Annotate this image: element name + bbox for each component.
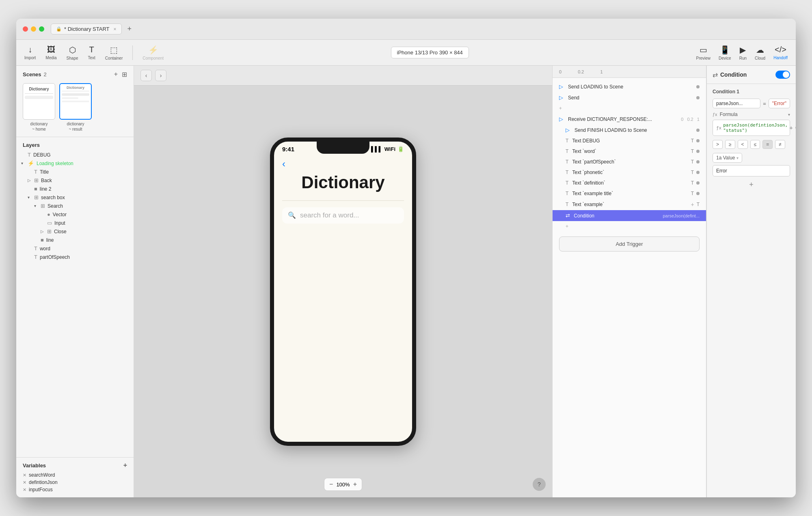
- formula-info-button[interactable]: ⓘ: [795, 125, 796, 131]
- trigger-condition-text: Condition: [572, 213, 661, 219]
- scene-thumb-dictionary-home[interactable]: Dictionary dictionary~ home: [23, 83, 55, 132]
- zoom-in-button[interactable]: +: [353, 481, 357, 488]
- variables-header: Variables +: [23, 462, 127, 469]
- value-type-selector[interactable]: 1a Value ▾: [713, 153, 742, 163]
- variable-inputfocus[interactable]: ✕ inputFocus: [23, 486, 127, 493]
- container-button[interactable]: ⬚ Container: [105, 45, 123, 60]
- op-greater[interactable]: >: [713, 140, 723, 149]
- import-button[interactable]: ↓ Import: [24, 45, 36, 60]
- add-trigger-button[interactable]: Add Trigger: [559, 236, 700, 252]
- text-layer-icon: T: [28, 152, 31, 158]
- condition-title-area: ⇄ Condition: [713, 71, 747, 79]
- add-scene-button[interactable]: +: [114, 71, 118, 78]
- trigger-add-2[interactable]: +: [553, 221, 706, 232]
- back-nav-button[interactable]: ‹: [140, 70, 152, 81]
- op-greater-equal[interactable]: ≥: [725, 140, 735, 149]
- value-input-field[interactable]: [713, 165, 790, 176]
- layer-loading-skeleton[interactable]: ▾ ⚡ Loading skeleton: [16, 159, 134, 168]
- trigger-text-definition[interactable]: T Text `definition` T: [553, 178, 706, 188]
- layer-search[interactable]: ▾ ⊞ Search: [16, 202, 134, 210]
- trigger-text-partofspeech[interactable]: T Text `partOfSpeech` T: [553, 157, 706, 167]
- trigger-text-phonetic[interactable]: T Text `phonetic` T: [553, 167, 706, 178]
- t-icon-ex-right: T: [697, 202, 700, 207]
- trigger-receive-dictionary[interactable]: ▷ Receive DICTIONARY_RESPONSE:... 0 0.2 …: [553, 114, 706, 125]
- layer-word[interactable]: T word: [16, 244, 134, 253]
- wifi-icon: WiFi: [384, 146, 395, 152]
- variable-searchword[interactable]: ✕ searchWord: [23, 471, 127, 479]
- op-less-equal[interactable]: ≤: [750, 140, 760, 149]
- layer-title[interactable]: T Title: [16, 168, 134, 176]
- scenes-options-button[interactable]: ⊞: [122, 71, 127, 78]
- add-trigger-inline[interactable]: +: [691, 201, 694, 208]
- group-icon-back: ⊞: [34, 177, 39, 183]
- minimize-button[interactable]: [31, 26, 36, 32]
- trigger-text-word[interactable]: T Text `word` T: [553, 146, 706, 157]
- media-button[interactable]: 🖼 Media: [45, 45, 56, 60]
- layer-line2[interactable]: ■ line 2: [16, 185, 134, 193]
- add-condition-button[interactable]: +: [713, 181, 790, 189]
- condition-left-value[interactable]: parseJson...: [713, 99, 760, 108]
- device-selector[interactable]: iPhone 13/13 Pro 390 × 844: [391, 47, 469, 58]
- phone-search-placeholder: search for a word...: [300, 211, 359, 219]
- preview-button[interactable]: ▭ Preview: [696, 45, 711, 60]
- scene-thumb-dictionary-result[interactable]: Dictionary dictionary~ result: [59, 83, 92, 132]
- trigger-send[interactable]: ▷ Send: [553, 92, 706, 103]
- variable-inputfocus-label: inputFocus: [29, 487, 53, 492]
- phone-search-box[interactable]: 🔍 search for a word...: [282, 207, 404, 224]
- close-button[interactable]: [23, 26, 28, 32]
- zoom-out-button[interactable]: −: [329, 481, 333, 488]
- formula-editor[interactable]: ƒx parseJson(defintionJson, "status") + …: [713, 120, 790, 136]
- text-button[interactable]: T Text: [88, 45, 95, 60]
- formula-plus-button[interactable]: +: [789, 125, 793, 131]
- trigger-send-loading-text: Send LOADING to Scene: [568, 84, 694, 90]
- toolbar: ↓ Import 🖼 Media ⬡ Shape T Text ⬚ Contai…: [16, 40, 796, 66]
- phone-notch: [317, 142, 369, 154]
- layer-debug[interactable]: T DEBUG: [16, 150, 134, 159]
- layer-input-label: Input: [54, 220, 127, 226]
- layer-input[interactable]: ▭ Input: [16, 219, 134, 227]
- trigger-text-example-title[interactable]: T Text `example title` T: [553, 188, 706, 199]
- trigger-text-example[interactable]: T Text `example` + T: [553, 199, 706, 210]
- run-button[interactable]: ▶ Run: [739, 45, 747, 60]
- device-button[interactable]: 📱 Device: [719, 45, 731, 60]
- rect-icon-line2: ■: [34, 186, 37, 192]
- layer-close[interactable]: ▷ ⊞ Close: [16, 227, 134, 236]
- tab-close-button[interactable]: ×: [114, 26, 117, 32]
- layer-vector[interactable]: ● Vector: [16, 210, 134, 219]
- condition-right-value[interactable]: "Error": [769, 99, 790, 108]
- layer-search-box[interactable]: ▾ ⊞ search box: [16, 193, 134, 202]
- trigger-word-text: Text `word`: [571, 148, 688, 154]
- add-variable-button[interactable]: +: [123, 462, 127, 469]
- input-icon: ▭: [47, 220, 52, 226]
- trigger-dot-pos: [696, 160, 700, 163]
- op-not-equal[interactable]: ≠: [775, 140, 785, 149]
- layer-partofspeech[interactable]: T partOfSpeech: [16, 253, 134, 261]
- trigger-condition[interactable]: ⇄ Condition parseJson(defint...: [553, 210, 706, 221]
- trigger-send-loading[interactable]: ▷ Send LOADING to Scene: [553, 81, 706, 92]
- shape-button[interactable]: ⬡ Shape: [67, 45, 78, 60]
- forward-nav-button[interactable]: ›: [155, 70, 166, 81]
- layer-back[interactable]: ▷ ⊞ Back: [16, 176, 134, 185]
- condition-title: Condition: [720, 71, 747, 78]
- new-tab-button[interactable]: +: [127, 25, 132, 33]
- op-equal[interactable]: =: [762, 140, 773, 149]
- condition-icon-trigger: ⇄: [566, 213, 570, 219]
- trigger-send-finish[interactable]: ▷ Send FINISH LOADING to Scene: [553, 125, 706, 135]
- trigger-extitle-text: Text `example title`: [571, 191, 688, 196]
- trigger-add-1[interactable]: +: [553, 103, 706, 114]
- layer-close-label: Close: [54, 229, 127, 234]
- cloud-button[interactable]: ☁ Cloud: [755, 45, 765, 60]
- trigger-text-debug[interactable]: T Text DEBUG T: [553, 135, 706, 146]
- variable-definitionjson[interactable]: ✕ defintionJson: [23, 479, 127, 486]
- condition-toggle[interactable]: [775, 71, 790, 79]
- help-button[interactable]: ?: [533, 478, 546, 491]
- layers-section: Layers T DEBUG ▾ ⚡ Loading skeleton T: [16, 137, 134, 457]
- formula-dropdown[interactable]: ▾: [788, 112, 790, 117]
- op-less[interactable]: <: [738, 140, 748, 149]
- maximize-button[interactable]: [39, 26, 44, 32]
- phone-back-button[interactable]: ‹: [282, 158, 404, 170]
- handoff-button[interactable]: </> Handoff: [773, 45, 788, 60]
- layer-line[interactable]: ■ line: [16, 236, 134, 244]
- tab-dictionary-start[interactable]: 🔒 * Dictionary START ×: [51, 24, 122, 34]
- component-button[interactable]: ⚡ Component: [143, 45, 164, 60]
